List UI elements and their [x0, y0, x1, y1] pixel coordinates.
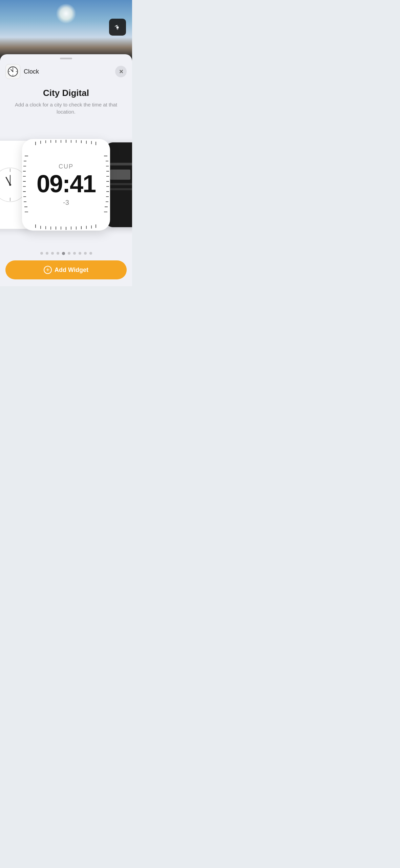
- dot-1[interactable]: [40, 252, 43, 255]
- drag-handle[interactable]: [60, 58, 72, 59]
- dot-5-active[interactable]: [62, 252, 65, 255]
- city-label: CUP: [59, 163, 73, 170]
- svg-rect-72: [110, 183, 132, 185]
- widget-title-section: City Digital Add a clock for a city to c…: [0, 81, 132, 119]
- time-display: 09:41: [37, 172, 96, 196]
- app-icon: [5, 64, 20, 79]
- widget-sheet: Clock ✕ City Digital Add a clock for a c…: [0, 54, 132, 286]
- widget-content: CUP 09:41 -3: [37, 163, 96, 206]
- apple-tv-icon: tv: [109, 19, 126, 36]
- dot-10[interactable]: [89, 252, 92, 255]
- dot-4[interactable]: [57, 252, 59, 255]
- dot-7[interactable]: [73, 252, 76, 255]
- close-button[interactable]: ✕: [115, 66, 127, 77]
- dot-3[interactable]: [51, 252, 54, 255]
- add-widget-button[interactable]: + Add Widget: [5, 260, 127, 279]
- offset-label: -3: [63, 199, 69, 206]
- dot-6[interactable]: [68, 252, 70, 255]
- widget-title: City Digital: [8, 88, 124, 98]
- svg-rect-71: [110, 170, 130, 180]
- page-dots: [40, 252, 92, 255]
- main-widget[interactable]: CUP 09:41 -3: [22, 139, 110, 231]
- widget-carousel[interactable]: CUP 09:41 -3: [0, 125, 132, 244]
- app-name: Clock: [24, 68, 115, 75]
- sun-effect: [56, 3, 76, 24]
- dot-9[interactable]: [84, 252, 87, 255]
- svg-rect-70: [110, 163, 132, 165]
- plus-circle-icon: +: [44, 266, 52, 274]
- dot-2[interactable]: [46, 252, 48, 255]
- clock-icon-svg: [7, 65, 19, 78]
- add-widget-label: Add Widget: [55, 267, 88, 274]
- widget-description: Add a clock for a city to check the time…: [8, 101, 124, 115]
- svg-point-17: [9, 184, 11, 186]
- apple-tv-peek: tv: [109, 19, 126, 36]
- svg-text:tv: tv: [117, 28, 119, 30]
- dot-8[interactable]: [79, 252, 81, 255]
- svg-rect-73: [110, 188, 132, 190]
- svg-line-15: [6, 177, 10, 185]
- svg-point-9: [13, 71, 14, 72]
- sheet-header: Clock ✕: [0, 64, 132, 79]
